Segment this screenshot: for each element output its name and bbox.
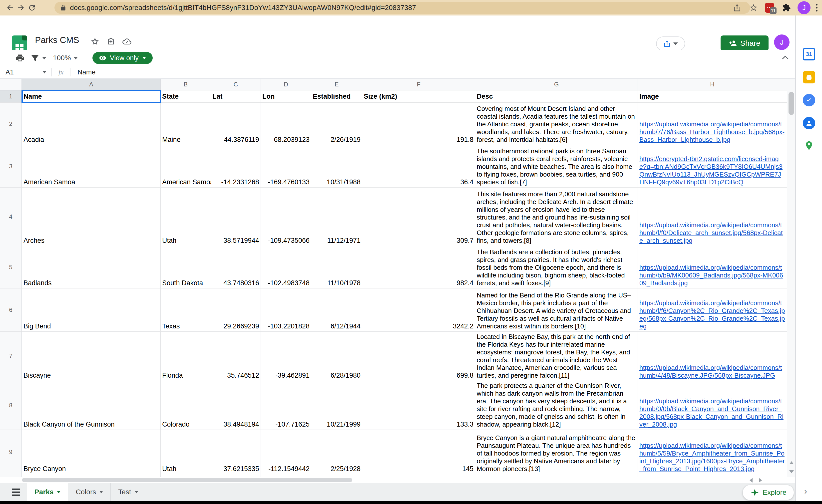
cell-E2[interactable]: 2/26/1919	[311, 103, 362, 145]
cell-A4[interactable]: Arches	[22, 187, 161, 246]
cell-E8[interactable]: 10/21/1999	[311, 381, 362, 430]
filter-button[interactable]	[29, 52, 40, 63]
cell-E7[interactable]: 6/28/1980	[311, 332, 362, 381]
sheet-tab-parks[interactable]: Parks	[27, 483, 68, 501]
image-link[interactable]: https://upload.wikimedia.org/wikipedia/c…	[640, 299, 785, 330]
cell-D1[interactable]: Lon	[261, 90, 311, 103]
column-header-G[interactable]: G	[475, 79, 638, 90]
cell-E1[interactable]: Established	[311, 90, 362, 103]
tasks-panel-button[interactable]	[803, 94, 815, 106]
scroll-up-arrow-icon[interactable]	[789, 461, 794, 464]
export-button[interactable]	[656, 36, 685, 51]
cell-E9[interactable]: 2/25/1928	[311, 430, 362, 474]
column-header-H[interactable]: H	[638, 79, 787, 90]
row-header-3[interactable]: 3	[0, 145, 22, 187]
cell-G7[interactable]: Located in Biscayne Bay, this park at th…	[475, 332, 638, 381]
cell-C7[interactable]: 35.746512	[211, 332, 261, 381]
image-link[interactable]: https://encrypted-tbn2.gstatic.com/licen…	[640, 155, 785, 186]
row-header-9[interactable]: 9	[0, 430, 22, 474]
cell-B3[interactable]: American Samoa	[161, 145, 211, 187]
browser-forward-button[interactable]	[15, 2, 26, 13]
cell-H2[interactable]: https://upload.wikimedia.org/wikipedia/c…	[638, 103, 787, 145]
image-link[interactable]: https://upload.wikimedia.org/wikipedia/c…	[640, 397, 785, 428]
cell-C6[interactable]: 29.2669239	[211, 289, 261, 332]
bookmark-star-button[interactable]	[748, 2, 759, 13]
zoom-select[interactable]: 100%	[53, 54, 71, 62]
view-only-button[interactable]: View only	[92, 52, 153, 64]
cell-A7[interactable]: Biscayne	[22, 332, 161, 381]
scroll-down-arrow-icon[interactable]	[789, 470, 794, 473]
cell-A8[interactable]: Black Canyon of the Gunnison	[22, 381, 161, 430]
cell-H1[interactable]: Image	[638, 90, 787, 103]
cell-D8[interactable]: -107.71625	[261, 381, 311, 430]
cell-G3[interactable]: The southernmost national park is on thr…	[475, 145, 638, 187]
cell-A3[interactable]: American Samoa	[22, 145, 161, 187]
cell-B5[interactable]: South Dakota	[161, 246, 211, 289]
hide-side-panel-button[interactable]: ›	[804, 486, 807, 496]
cell-G6[interactable]: Named for the Bend of the Rio Grande alo…	[475, 289, 638, 332]
cell-H8[interactable]: https://upload.wikimedia.org/wikipedia/c…	[638, 381, 787, 430]
sheet-tab-test[interactable]: Test	[111, 483, 146, 501]
cell-D7[interactable]: -39.462891	[261, 332, 311, 381]
image-link[interactable]: https://upload.wikimedia.org/wikipedia/c…	[640, 221, 785, 244]
cell-B1[interactable]: State	[161, 90, 211, 103]
cell-Hx[interactable]	[638, 474, 787, 477]
select-all-corner[interactable]	[0, 79, 22, 90]
cell-B6[interactable]: Texas	[161, 289, 211, 332]
cell-C4[interactable]: 38.5719944	[211, 187, 261, 246]
image-link[interactable]: https://upload.wikimedia.org/wikipedia/c…	[640, 364, 785, 379]
all-sheets-button[interactable]	[5, 483, 27, 501]
row-header-7[interactable]: 7	[0, 332, 22, 381]
cell-Dx[interactable]	[261, 474, 311, 477]
cell-B8[interactable]: Colorado	[161, 381, 211, 430]
keep-panel-button[interactable]	[803, 71, 815, 83]
cell-G5[interactable]: The Badlands are a collection of buttes,…	[475, 246, 638, 289]
cell-F2[interactable]: 191.8	[362, 103, 475, 145]
column-header-B[interactable]: B	[161, 79, 211, 90]
image-link[interactable]: https://upload.wikimedia.org/wikipedia/c…	[640, 264, 785, 287]
cell-B4[interactable]: Utah	[161, 187, 211, 246]
cell-C3[interactable]: -14.2331268	[211, 145, 261, 187]
cell-H7[interactable]: https://upload.wikimedia.org/wikipedia/c…	[638, 332, 787, 381]
cell-G9[interactable]: Bryce Canyon is a giant natural amphithe…	[475, 430, 638, 474]
account-avatar[interactable]: J	[774, 34, 790, 50]
row-header-8[interactable]: 8	[0, 381, 22, 430]
row-header-filler[interactable]	[0, 474, 22, 477]
scroll-left-arrow-icon[interactable]	[750, 478, 753, 483]
contacts-panel-button[interactable]	[803, 117, 815, 129]
cell-F9[interactable]: 145	[362, 430, 475, 474]
cell-C5[interactable]: 43.7480316	[211, 246, 261, 289]
vertical-scrollbar-thumb[interactable]	[789, 92, 794, 115]
cell-H4[interactable]: https://upload.wikimedia.org/wikipedia/c…	[638, 187, 787, 246]
cell-F4[interactable]: 309.7	[362, 187, 475, 246]
cell-F5[interactable]: 982.4	[362, 246, 475, 289]
horizontal-scrollbar[interactable]	[0, 477, 787, 483]
image-link[interactable]: https://upload.wikimedia.org/wikipedia/c…	[640, 120, 785, 144]
cell-G1[interactable]: Desc	[475, 90, 638, 103]
cell-F7[interactable]: 699.8	[362, 332, 475, 381]
row-header-6[interactable]: 6	[0, 289, 22, 332]
row-header-5[interactable]: 5	[0, 246, 22, 289]
vertical-scrollbar[interactable]	[787, 79, 795, 477]
column-header-A[interactable]: A	[22, 79, 161, 90]
cell-Cx[interactable]	[211, 474, 261, 477]
document-title[interactable]: Parks CMS	[35, 35, 79, 45]
cell-D5[interactable]: -102.4983748	[261, 246, 311, 289]
zoom-caret-icon[interactable]	[73, 57, 78, 59]
column-header-C[interactable]: C	[211, 79, 261, 90]
browser-share-button[interactable]	[732, 2, 743, 13]
cell-E3[interactable]: 10/31/1988	[311, 145, 362, 187]
browser-menu-button[interactable]	[816, 4, 818, 11]
row-header-1[interactable]: 1	[0, 90, 22, 103]
cell-B9[interactable]: Utah	[161, 430, 211, 474]
cell-D6[interactable]: -103.2201828	[261, 289, 311, 332]
cell-Bx[interactable]	[161, 474, 211, 477]
extension-button[interactable]: 11	[765, 2, 776, 13]
cell-H3[interactable]: https://encrypted-tbn2.gstatic.com/licen…	[638, 145, 787, 187]
share-button[interactable]: Share	[721, 35, 769, 51]
cell-Ex[interactable]	[311, 474, 362, 477]
cell-G8[interactable]: The park protects a quarter of the Gunni…	[475, 381, 638, 430]
cell-F1[interactable]: Size (km2)	[362, 90, 475, 103]
cell-A6[interactable]: Big Bend	[22, 289, 161, 332]
calendar-panel-button[interactable]: 31	[803, 48, 815, 60]
